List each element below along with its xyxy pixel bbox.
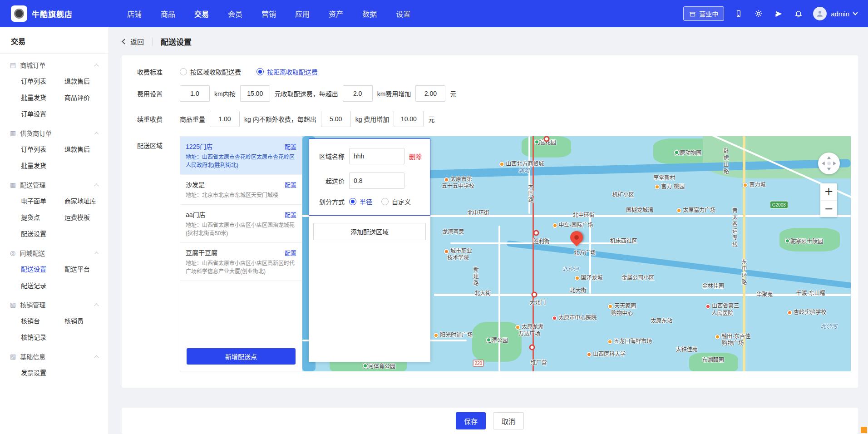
mobile-icon[interactable] — [733, 8, 744, 19]
min-price-input[interactable] — [349, 173, 404, 189]
radio-unchecked-icon — [381, 198, 389, 205]
sidebar-item-核销台[interactable]: 核销台 — [21, 312, 64, 329]
sidebar-group-供货商订单[interactable]: ▥供货商订单 — [0, 122, 108, 141]
radio-radius-mode[interactable]: 半径 — [349, 197, 372, 206]
sidebar-item-电子面单[interactable]: 电子面单 — [21, 192, 64, 209]
sidebar-item-商家地址库[interactable]: 商家地址库 — [64, 192, 108, 209]
sidebar-item-退款售后[interactable]: 退款售后 — [64, 73, 108, 89]
sidebar-group-基础信息[interactable]: ▨基础信息 — [0, 345, 108, 364]
map-label: 北大街 — [474, 290, 491, 297]
sidebar-row: 发票设置 — [0, 364, 108, 380]
delete-region-link[interactable]: 删除 — [409, 152, 422, 161]
business-status-badge[interactable]: 营业中 — [683, 6, 724, 21]
base-price-input[interactable] — [240, 85, 270, 102]
map-label: 大同路 — [527, 183, 534, 204]
store-item[interactable]: 豆腐干豆腐配置地址：山西省太原市小店区小店区高新区时代广场科学信息产业大厦(创业… — [180, 243, 302, 281]
store-name: aa门店 — [186, 210, 206, 219]
map[interactable]: 北宫花园太原动物园山西北方商贸城卧虎山路享堂新村富力·桃园富力城太原市第 五十五… — [302, 136, 851, 371]
base-weight-input[interactable] — [210, 111, 240, 127]
sidebar-group-同城配送[interactable]: ◎同城配送 — [0, 242, 108, 261]
sidebar-item-配送设置[interactable]: 配送设置 — [21, 225, 66, 242]
sidebar-item-提货点[interactable]: 提货点 — [21, 209, 64, 225]
nav-item-应用[interactable]: 应用 — [295, 8, 310, 19]
map-label: 太铁佳苑 — [676, 347, 698, 354]
billing-standard-row: 收费标准 按区域收取配送费 按距离收取配送费 — [137, 67, 851, 76]
divide-mode-row: 划分方式 半径 自定义 — [315, 197, 424, 206]
nav-item-店铺[interactable]: 店铺 — [127, 8, 142, 19]
extra-km-input[interactable] — [343, 85, 373, 102]
nav-item-资产[interactable]: 资产 — [329, 8, 343, 19]
sidebar-item-批量发货[interactable]: 批量发货 — [21, 89, 64, 105]
sidebar-item-订单设置[interactable]: 订单设置 — [21, 105, 66, 122]
railway-station-marker — [533, 230, 539, 236]
sidebar-item-批量发货[interactable]: 批量发货 — [21, 157, 66, 173]
nav-item-设置[interactable]: 设置 — [396, 8, 410, 19]
save-button[interactable]: 保存 — [456, 412, 486, 429]
poi-icon — [655, 185, 660, 190]
business-status-label: 营业中 — [699, 9, 718, 18]
sidebar-title: 交易 — [0, 27, 108, 54]
map-label: 金属公司小区 — [621, 275, 654, 282]
store-item[interactable]: 沙发是配置地址：北京市北京市东城区天安门城楼 — [180, 175, 302, 205]
sidebar-item-退款售后[interactable]: 退款售后 — [64, 141, 108, 157]
bell-icon[interactable] — [793, 8, 804, 19]
map-compass-control[interactable] — [818, 153, 840, 174]
zoom-in-button[interactable]: + — [820, 183, 837, 200]
zoom-out-button[interactable]: − — [820, 200, 837, 217]
map-label: 北沙河 — [562, 266, 579, 273]
sidebar-item-配送记录[interactable]: 配送记录 — [21, 277, 66, 293]
add-store-button[interactable]: 新增配送点 — [187, 348, 296, 365]
weight-extra-price-input[interactable] — [394, 111, 424, 127]
within-km-input[interactable] — [180, 85, 210, 102]
sidebar-item-发票设置[interactable]: 发票设置 — [21, 364, 66, 380]
store-config-link[interactable]: 配置 — [285, 142, 296, 151]
nav-item-会员[interactable]: 会员 — [228, 8, 242, 19]
poi-icon — [444, 177, 449, 182]
sidebar-group-核销管理[interactable]: ▧核销管理 — [0, 293, 108, 312]
map-label: 阳光时尚广场 — [434, 332, 473, 339]
store-config-link[interactable]: 配置 — [285, 180, 296, 189]
gear-icon[interactable] — [753, 8, 764, 19]
store-config-link[interactable]: 配置 — [285, 210, 296, 219]
avatar — [813, 7, 827, 20]
send-icon[interactable] — [773, 8, 784, 19]
nav-item-营销[interactable]: 营销 — [261, 8, 276, 19]
store-item[interactable]: 1225门店配置地址：山西省太原市杏花岭区太原市杏花岭区人民政府北(胜利街北) — [180, 137, 302, 175]
user-menu[interactable]: admin — [813, 7, 857, 20]
sidebar-row: 订单设置 — [0, 105, 108, 122]
cancel-button[interactable]: 取消 — [493, 412, 524, 429]
sidebar-item-运费模板[interactable]: 运费模板 — [64, 209, 108, 225]
back-button[interactable]: 返回 — [123, 37, 144, 46]
store-config-link[interactable]: 配置 — [285, 248, 296, 257]
map-label: 金林佳园 — [702, 283, 724, 290]
sidebar-group-商城订单[interactable]: ▤商城订单 — [0, 54, 108, 73]
sidebar-item-订单列表[interactable]: 订单列表 — [21, 73, 64, 89]
map-pin[interactable] — [570, 231, 583, 244]
poi-icon — [608, 304, 613, 309]
sidebar-group-配送管理[interactable]: ▦配送管理 — [0, 173, 108, 192]
region-name-input[interactable] — [349, 148, 404, 164]
nav-item-交易[interactable]: 交易 — [194, 8, 209, 19]
sidebar-group: ▤商城订单订单列表退款售后批量发货商品评价订单设置 — [0, 54, 108, 122]
region-panel: 区域名称 删除 起送价 划分方式 — [309, 138, 430, 362]
radio-charge-by-area[interactable]: 按区域收取配送费 — [180, 67, 241, 76]
extra-price-input[interactable] — [415, 85, 445, 102]
radio-charge-by-distance[interactable]: 按距离收取配送费 — [256, 67, 318, 76]
sidebar-item-配送设置[interactable]: 配送设置 — [21, 261, 64, 277]
poi-icon — [434, 333, 439, 338]
sidebar-item-核销员[interactable]: 核销员 — [64, 312, 108, 329]
map-label: 华聚苑 — [756, 291, 773, 299]
store-item[interactable]: aa门店配置地址：山西省太原市小店区小店区国治龙城苑(狄村北街南50米) — [180, 205, 302, 243]
nav-item-商品[interactable]: 商品 — [161, 8, 175, 19]
action-bar: 保存 取消 — [122, 408, 858, 434]
sidebar-item-配送平台[interactable]: 配送平台 — [64, 261, 108, 277]
sidebar-item-核销记录[interactable]: 核销记录 — [21, 329, 66, 345]
sidebar-item-商品评价[interactable]: 商品评价 — [64, 89, 108, 105]
add-delivery-area-button[interactable]: 添加配送区域 — [313, 223, 426, 240]
poi-icon — [607, 339, 612, 344]
radio-custom-mode[interactable]: 自定义 — [381, 197, 411, 206]
store-logo[interactable] — [11, 5, 27, 22]
sidebar-item-订单列表[interactable]: 订单列表 — [21, 141, 64, 157]
extra-weight-input[interactable] — [321, 111, 351, 127]
nav-item-数据[interactable]: 数据 — [362, 8, 377, 19]
